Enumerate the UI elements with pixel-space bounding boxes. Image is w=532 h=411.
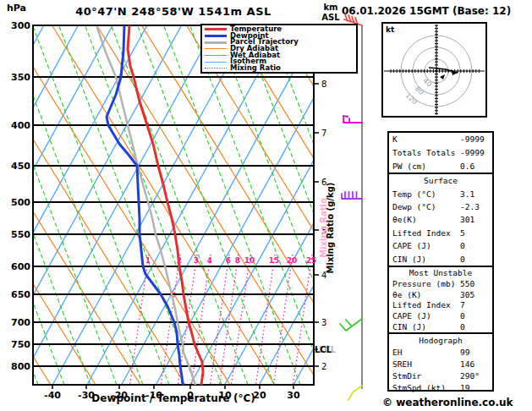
parcel-curve <box>97 28 195 385</box>
mixing-ratio-value-label: 3 <box>194 256 199 265</box>
stats-row-value: 290° <box>460 371 489 381</box>
mixing-ratio-value-label: 4 <box>207 256 212 265</box>
stats-row: Temp (°C)3.1 <box>392 189 489 199</box>
stats-row-value: 0.6 <box>460 162 489 171</box>
stats-row-value: 5 <box>460 228 489 238</box>
stats-row-value: 7 <box>460 300 489 310</box>
stats-row: Pressure (mb)550 <box>392 279 489 288</box>
stats-section: Most UnstablePressure (mb)550θe (K)305Li… <box>389 266 492 332</box>
legend-box: TemperatureDewpointParcel TrajectoryDry … <box>200 24 358 74</box>
stats-row-value: -2.3 <box>460 202 489 211</box>
legend-line-sample <box>205 28 227 30</box>
stats-row-value: 0 <box>460 322 489 332</box>
stats-row-label: PW (cm) <box>392 162 426 171</box>
copyright-label: © weatheronline.co.uk <box>382 397 513 408</box>
stats-row-label: Temp (°C) <box>392 189 436 199</box>
mixing-ratio-value-label: 2 <box>177 256 182 265</box>
stats-row: CIN (J)0 <box>392 322 489 332</box>
legend-line-sample <box>205 41 227 44</box>
stats-row: CAPE (J)0 <box>392 311 489 321</box>
skewt-sounding-page: hPa 40°47'N 248°58'W 1541m ASL km ASL 06… <box>0 0 532 411</box>
stats-row-value: 3.1 <box>460 189 489 199</box>
stats-row-label: Totals Totals <box>392 148 455 157</box>
pressure-tick-label: 500 <box>11 197 30 208</box>
km-tick-label: 3 <box>321 318 326 327</box>
km-tick-label: 8 <box>321 79 326 89</box>
dry-adiabat-line <box>52 25 276 385</box>
mixing-ratio-line <box>273 255 293 385</box>
wind-barb <box>348 386 362 400</box>
km-tick-label: 2 <box>321 362 326 371</box>
isotherm-line <box>0 25 9 385</box>
legend-line-sample <box>205 62 227 63</box>
wet-adiabat-line <box>164 25 301 385</box>
stats-row-label: StmDir <box>392 371 421 381</box>
stats-panel: K-9999Totals Totals-9999PW (cm)0.6Surfac… <box>387 131 494 392</box>
stats-row: StmDir290° <box>392 371 489 381</box>
stats-row-label: Pressure (mb) <box>392 279 455 288</box>
legend-entry: Wet Adiabat <box>205 52 356 59</box>
stats-row-label: Lifted Index <box>392 300 451 310</box>
stats-row: StmSpd (kt)19 <box>392 383 489 392</box>
stats-row-label: θe(K) <box>392 215 417 224</box>
stats-row: θe(K)301 <box>392 215 489 224</box>
legend-entry: Parcel Trajectory <box>205 39 356 46</box>
stats-row-label: SREH <box>392 359 412 369</box>
mixing-ratio-value-label: 1 <box>145 256 151 265</box>
mixing-ratio-value-label: 6 <box>226 256 231 265</box>
pressure-tick-label: 700 <box>11 317 30 328</box>
lcl-label: LCL <box>315 345 332 354</box>
pressure-tick-label: 300 <box>11 20 30 31</box>
legend-entry-label: Mixing Ratio <box>230 65 281 72</box>
wet-adiabat-line <box>85 25 222 385</box>
stats-section: HodographEH99SREH146StmDir290°StmSpd (kt… <box>389 332 492 393</box>
stats-row-label: EH <box>392 348 402 357</box>
mixing-ratio-value-label: 15 <box>269 256 280 265</box>
dry-adiabat-line <box>97 25 321 385</box>
legend-entry: Temperature <box>205 26 356 33</box>
stats-row-label: CAPE (J) <box>392 311 431 321</box>
stats-row-label: θe (K) <box>392 290 421 299</box>
wind-barb <box>342 192 362 199</box>
stats-row-value: 0 <box>460 311 489 321</box>
wind-barb <box>343 116 362 123</box>
legend-entry: Dry Adiabat <box>205 46 356 52</box>
stats-row-value: 0 <box>460 255 489 264</box>
wet-adiabat-line <box>243 25 380 385</box>
legend-line-sample <box>205 55 227 56</box>
pressure-tick-label: 650 <box>11 289 30 300</box>
stats-row: Lifted Index7 <box>392 300 489 310</box>
mixing-ratio-axis-label: Mixing Ratio (g/kg) <box>326 144 335 313</box>
wet-adiabat-line <box>190 25 327 385</box>
stats-row-value: -9999 <box>460 134 489 144</box>
mixing-ratio-value-label: 8 <box>235 256 240 265</box>
stats-row: Dewp (°C)-2.3 <box>392 202 489 211</box>
stats-row: CIN (J)0 <box>392 255 489 264</box>
dry-adiabat-line <box>8 25 231 385</box>
legend-line-sample <box>205 35 227 37</box>
mixing-ratio-value-labels: 12346810152025 <box>145 256 316 265</box>
stats-row-label: K <box>392 134 398 144</box>
stats-row-value: 99 <box>460 348 489 357</box>
hodograph: 4080120 <box>382 23 486 117</box>
pressure-tick-label: 350 <box>11 72 30 83</box>
stats-row: CAPE (J)0 <box>392 241 489 250</box>
km-tick-label: 7 <box>321 129 326 138</box>
mixing-ratio-value-label: 20 <box>287 256 298 265</box>
pressure-tick-label: 550 <box>11 229 30 240</box>
stats-row: SREH146 <box>392 359 489 369</box>
temperature-axis-title: Dewpoint / Temperature (°C) <box>33 392 314 404</box>
legend-entry: Mixing Ratio <box>205 65 356 72</box>
mixing-ratio-value-label: 10 <box>244 256 255 265</box>
pressure-tick-label: 750 <box>11 339 30 350</box>
legend-line-sample <box>205 48 227 49</box>
hodograph-unit-label: kt <box>386 25 394 34</box>
pressure-tick-label: 600 <box>11 261 30 272</box>
stats-row-value: -9999 <box>460 148 489 157</box>
stats-row-label: CIN (J) <box>392 255 426 264</box>
stats-row: Totals Totals-9999 <box>392 148 489 157</box>
stats-row-label: CIN (J) <box>392 322 426 332</box>
stats-section: SurfaceTemp (°C)3.1Dewp (°C)-2.3θe(K)301… <box>389 173 492 266</box>
pressure-tick-label: 800 <box>11 361 30 372</box>
stats-row-label: Dewp (°C) <box>392 202 436 211</box>
